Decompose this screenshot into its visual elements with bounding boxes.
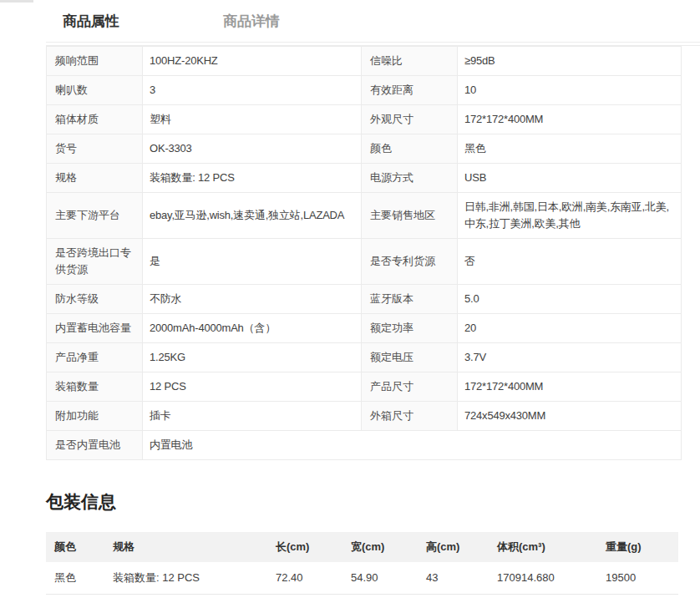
packaging-data-cell: 170914.680 [489, 562, 597, 595]
packaging-data-cell: 黑色 [46, 562, 104, 595]
tab-product-attributes[interactable]: 商品属性 [63, 12, 119, 31]
spec-label-cell: 规格 [47, 164, 143, 193]
packaging-column-header: 规格 [104, 532, 267, 562]
spec-row: 频响范围100HZ-20KHZ信噪比≥95dB [47, 47, 682, 76]
packaging-column-header: 颜色 [46, 532, 104, 562]
packaging-data-cell: 72.40 [267, 562, 342, 595]
spec-value-cell: 2000mAh-4000mAh（含） [143, 314, 362, 343]
spec-label-cell: 有效距离 [362, 76, 458, 105]
spec-label-cell: 是否跨境出口专供货源 [47, 239, 143, 285]
spec-label-cell: 外箱尺寸 [362, 402, 458, 431]
spec-value-cell: 100HZ-20KHZ [143, 47, 362, 76]
spec-value-cell: 12 PCS [143, 372, 362, 402]
packaging-data-cell: 19500 [597, 562, 678, 595]
spec-value-cell: 插卡 [143, 402, 362, 431]
product-attributes-table: 频响范围100HZ-20KHZ信噪比≥95dB喇叭数3有效距离10箱体材质塑料外… [46, 46, 682, 460]
packaging-info-title: 包装信息 [46, 490, 700, 514]
spec-label-cell: 额定电压 [362, 343, 458, 372]
packaging-info-table: 颜色规格长(cm)宽(cm)高(cm)体积(cm³)重量(g) 黑色装箱数量: … [46, 532, 678, 595]
packaging-data-cell: 43 [418, 562, 489, 595]
spec-label-cell: 信噪比 [362, 47, 458, 76]
spec-value-cell: 5.0 [458, 285, 682, 314]
spec-label-cell: 箱体材质 [47, 105, 143, 134]
spec-row: 内置蓄电池容量2000mAh-4000mAh（含）额定功率20 [47, 314, 682, 343]
spec-value-cell: 日韩,非洲,韩国,日本,欧洲,南美,东南亚,北美,中东,拉丁美洲,欧美,其他 [458, 193, 682, 239]
spec-label-cell: 内置蓄电池容量 [47, 314, 143, 343]
tab-bar: 商品属性 商品详情 [46, 0, 700, 43]
spec-label-cell: 主要销售地区 [362, 193, 458, 239]
spec-label-cell: 电源方式 [362, 164, 458, 193]
spec-label-cell: 产品尺寸 [362, 372, 458, 402]
packaging-data-cell: 54.90 [342, 562, 418, 595]
spec-value-cell: 3.7V [458, 343, 682, 372]
spec-value-cell: 是 [143, 239, 362, 285]
spec-row: 产品净重1.25KG额定电压3.7V [47, 343, 682, 372]
spec-row: 规格装箱数量: 12 PCS电源方式USB [47, 164, 682, 193]
spec-row: 喇叭数3有效距离10 [47, 76, 682, 105]
packaging-data-row: 黑色装箱数量: 12 PCS72.4054.9043170914.6801950… [46, 562, 678, 595]
packaging-column-header: 体积(cm³) [489, 532, 597, 562]
spec-value-cell: 172*172*400MM [458, 105, 682, 134]
packaging-column-header: 重量(g) [597, 532, 678, 562]
spec-row: 装箱数量12 PCS产品尺寸172*172*400MM [47, 372, 682, 402]
spec-row: 是否跨境出口专供货源是是否专利货源否 [47, 239, 682, 285]
spec-value-cell: 20 [458, 314, 682, 343]
spec-table-wrapper: 频响范围100HZ-20KHZ信噪比≥95dB喇叭数3有效距离10箱体材质塑料外… [46, 45, 700, 460]
spec-label-cell: 附加功能 [47, 402, 143, 431]
spec-row: 附加功能插卡外箱尺寸724x549x430MM [47, 402, 682, 431]
spec-label-cell: 颜色 [362, 134, 458, 164]
packaging-column-header: 宽(cm) [342, 532, 418, 562]
spec-label-cell: 是否内置电池 [47, 431, 143, 460]
product-page: 商品属性 商品详情 频响范围100HZ-20KHZ信噪比≥95dB喇叭数3有效距… [0, 0, 700, 595]
spec-value-cell: OK-3303 [143, 134, 362, 164]
spec-row: 货号OK-3303颜色黑色 [47, 134, 682, 164]
packaging-column-header: 长(cm) [267, 532, 342, 562]
top-left-fragment [0, 0, 33, 3]
spec-value-cell: 否 [458, 239, 682, 285]
spec-label-cell: 喇叭数 [47, 76, 143, 105]
spec-value-cell: 装箱数量: 12 PCS [143, 164, 362, 193]
spec-value-cell: 不防水 [143, 285, 362, 314]
spec-label-cell: 产品净重 [47, 343, 143, 372]
spec-label-cell: 装箱数量 [47, 372, 143, 402]
spec-value-cell: 塑料 [143, 105, 362, 134]
spec-value-cell: USB [458, 164, 682, 193]
spec-value-cell: 黑色 [458, 134, 682, 164]
spec-row: 箱体材质塑料外观尺寸172*172*400MM [47, 105, 682, 134]
spec-label-cell: 频响范围 [47, 47, 143, 76]
tab-product-details[interactable]: 商品详情 [223, 12, 280, 31]
spec-label-cell: 是否专利货源 [362, 239, 458, 285]
spec-row: 主要下游平台ebay,亚马逊,wish,速卖通,独立站,LAZADA主要销售地区… [47, 193, 682, 239]
packaging-header-row: 颜色规格长(cm)宽(cm)高(cm)体积(cm³)重量(g) [46, 532, 678, 562]
spec-label-cell: 额定功率 [362, 314, 458, 343]
spec-value-cell: ≥95dB [458, 47, 682, 76]
spec-row: 防水等级不防水蓝牙版本5.0 [47, 285, 682, 314]
spec-value-cell: 10 [458, 76, 682, 105]
spec-label-cell: 主要下游平台 [47, 193, 143, 239]
spec-label-cell: 蓝牙版本 [362, 285, 458, 314]
spec-value-cell: 172*172*400MM [458, 372, 682, 402]
spec-row: 是否内置电池内置电池 [47, 431, 682, 460]
spec-label-cell: 货号 [47, 134, 143, 164]
spec-value-cell: 3 [143, 76, 362, 105]
spec-value-cell: 1.25KG [143, 343, 362, 372]
spec-value-cell: 724x549x430MM [458, 402, 682, 431]
spec-label-cell: 外观尺寸 [362, 105, 458, 134]
packaging-data-cell: 装箱数量: 12 PCS [104, 562, 267, 595]
spec-value-cell: 内置电池 [143, 431, 682, 460]
packaging-column-header: 高(cm) [418, 532, 489, 562]
spec-value-cell: ebay,亚马逊,wish,速卖通,独立站,LAZADA [143, 193, 362, 239]
spec-label-cell: 防水等级 [47, 285, 143, 314]
